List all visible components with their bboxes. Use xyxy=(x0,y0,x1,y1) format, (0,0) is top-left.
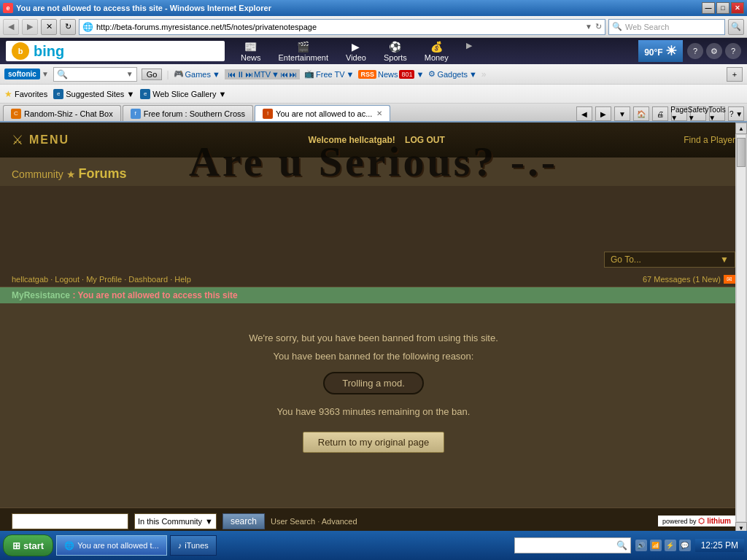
rss-dropdown[interactable]: ▼ xyxy=(416,70,424,79)
games-dropdown[interactable]: ▼ xyxy=(212,70,220,79)
safety-button[interactable]: Safety ▼ xyxy=(690,106,706,121)
dashboard-link[interactable]: Dashboard xyxy=(128,275,168,284)
bing-settings-button[interactable]: ⚙ xyxy=(706,43,722,59)
my-profile-link[interactable]: My Profile xyxy=(86,275,122,284)
softonic-games-item[interactable]: 🎮 Games ▼ xyxy=(174,69,220,79)
logout-link[interactable]: LOG OUT xyxy=(405,135,445,145)
bing-search-area[interactable]: b bing xyxy=(6,41,225,61)
username-link[interactable]: hellcatgab xyxy=(12,275,48,284)
bing-help-button[interactable]: ? xyxy=(687,43,703,59)
softonic-search-box[interactable]: 🔍 ▼ xyxy=(53,67,137,82)
address-bar[interactable]: 🌐 http://beta-forums.myresistance.net/t5… xyxy=(79,19,605,35)
tab-icon-error: ! xyxy=(263,109,273,119)
bing-nav-news-label: News xyxy=(241,53,261,62)
windows-logo: ⊞ xyxy=(12,540,20,551)
tab-not-allowed[interactable]: ! You are not allowed to ac... ✕ xyxy=(255,105,390,121)
web-search-box[interactable]: 🔍 Web Search xyxy=(608,19,725,35)
maximize-button[interactable]: □ xyxy=(716,2,729,14)
scroll-thumb[interactable] xyxy=(737,138,746,167)
tab-chat-box[interactable]: C Random-Shiz - Chat Box xyxy=(3,105,121,121)
forum-search-bar: In this Community ▼ search User Search ·… xyxy=(0,508,747,534)
messages-badge[interactable]: 67 Messages (1 New) ✉ xyxy=(643,275,735,284)
title-bar-buttons[interactable]: — □ ✕ xyxy=(702,2,744,14)
softonic-freetv-item[interactable]: 📺 Free TV ▼ xyxy=(304,69,354,79)
bing-nav-money-label: Money xyxy=(425,53,449,62)
tray-icon-3[interactable]: ⚡ xyxy=(665,540,676,551)
tab-menu-button[interactable]: ▼ xyxy=(614,106,630,121)
softonic-go-button[interactable]: Go xyxy=(142,69,163,80)
bing-nav-money[interactable]: 💰 Money xyxy=(416,38,457,65)
news-icon: 📰 xyxy=(244,41,257,52)
suggested-sites-link[interactable]: e Suggested Sites ▼ xyxy=(53,89,134,99)
print-button[interactable]: 🖨 xyxy=(652,106,668,121)
return-button[interactable]: Return to my original page xyxy=(303,432,444,453)
softonic-dropdown-input-icon[interactable]: ▼ xyxy=(126,70,133,78)
forward-button[interactable]: ▶ xyxy=(22,19,38,35)
back-button[interactable]: ◀ xyxy=(3,19,19,35)
rss-badge: RSS xyxy=(358,70,376,79)
tools-button[interactable]: Tools ▼ xyxy=(709,106,725,121)
bing-nav-more[interactable]: ▶ xyxy=(457,38,481,65)
bing-search-input[interactable] xyxy=(64,46,219,57)
stop-button[interactable]: ✕ xyxy=(41,19,57,35)
bing-info-button[interactable]: ? xyxy=(725,43,741,59)
user-search-link[interactable]: User Search xyxy=(271,517,315,526)
bing-nav-entertainment[interactable]: 🎬 Entertainment xyxy=(270,38,337,65)
freetv-dropdown[interactable]: ▼ xyxy=(347,70,355,79)
help-link[interactable]: Help xyxy=(174,275,191,284)
help-button[interactable]: ? ▼ xyxy=(728,106,744,121)
search-desktop-input[interactable] xyxy=(518,541,616,550)
goto-dropdown[interactable]: Go To... ▼ xyxy=(604,252,735,268)
tray-icon-1[interactable]: 🔊 xyxy=(635,540,647,551)
tab-close-button[interactable]: ✕ xyxy=(376,109,382,117)
taskbar-item-itunes[interactable]: ♪ iTunes xyxy=(170,535,217,556)
refresh-small-icon[interactable]: ↻ xyxy=(595,22,602,31)
tab-prev-button[interactable]: ◀ xyxy=(576,106,592,121)
close-button[interactable]: ✕ xyxy=(731,2,744,14)
scroll-up-button[interactable]: ▲ xyxy=(735,122,747,134)
bing-nav-sports[interactable]: ⚽ Sports xyxy=(375,38,416,65)
logout-link-bar[interactable]: Logout xyxy=(55,275,80,284)
scrollbar[interactable]: ▲ ▼ xyxy=(735,122,747,534)
community-select[interactable]: In this Community ▼ xyxy=(134,513,217,529)
weather-icon: ☀ xyxy=(665,44,677,58)
gadgets-icon: ⚙ xyxy=(428,69,436,79)
web-slice-gallery-link[interactable]: e Web Slice Gallery ▼ xyxy=(140,89,226,99)
error-site-link[interactable]: MyResistance xyxy=(12,290,70,300)
mtv-dropdown[interactable]: ▼ xyxy=(271,70,279,79)
advanced-search-link[interactable]: Advanced xyxy=(322,517,357,526)
start-button[interactable]: ⊞ start xyxy=(3,534,53,556)
bing-nav-video[interactable]: ▶ Video xyxy=(337,38,375,65)
user-links: hellcatgab · Logout · My Profile · Dashb… xyxy=(12,275,191,284)
tray-icon-2[interactable]: 📶 xyxy=(650,540,662,551)
forum-search-input[interactable] xyxy=(12,513,128,529)
softonic-mtv-area[interactable]: ⏮ ⏸ ⏭ MTV ▼ ⏮ ⏭ xyxy=(225,69,300,79)
gadgets-dropdown[interactable]: ▼ xyxy=(469,70,477,79)
tab-southern-cross[interactable]: f Free forum : Southern Cross xyxy=(123,105,253,121)
tray-icon-4[interactable]: 💬 xyxy=(679,540,691,551)
page-button[interactable]: Page ▼ xyxy=(671,106,687,121)
taskbar-item-ie[interactable]: 🌐 You are not allowed t... xyxy=(56,535,167,556)
money-icon: 💰 xyxy=(430,41,443,52)
refresh-button[interactable]: ↻ xyxy=(60,19,76,35)
minimize-button[interactable]: — xyxy=(702,2,715,14)
bing-nav-sports-label: Sports xyxy=(384,53,407,62)
forum-main-content: We're sorry, but you have been banned fr… xyxy=(0,303,747,508)
softonic-dropdown-icon[interactable]: ▼ xyxy=(42,70,49,78)
bing-nav-news[interactable]: 📰 News xyxy=(232,38,270,65)
find-player[interactable]: Find a Player xyxy=(684,135,735,145)
ie-favicon-suggested: e xyxy=(53,89,63,99)
scroll-track[interactable] xyxy=(737,135,746,521)
softonic-gadgets-item[interactable]: ⚙ Gadgets ▼ xyxy=(428,69,476,79)
softonic-search-input[interactable] xyxy=(68,70,126,79)
favorites-button[interactable]: ★ Favorites xyxy=(4,89,47,99)
ban-line1: We're sorry, but you have been banned fr… xyxy=(44,332,703,343)
search-desktop-box[interactable]: 🔍 xyxy=(514,537,631,553)
forum-search-button[interactable]: search xyxy=(222,513,265,529)
address-dropdown-icon[interactable]: ▼ xyxy=(585,23,592,31)
add-tab-button[interactable]: + xyxy=(727,67,743,82)
search-go-button[interactable]: 🔍 xyxy=(728,19,744,35)
tab-next-button[interactable]: ▶ xyxy=(595,106,611,121)
home-button[interactable]: 🏠 xyxy=(633,106,649,121)
softonic-rss-item[interactable]: RSS News 801 ▼ xyxy=(358,70,424,79)
